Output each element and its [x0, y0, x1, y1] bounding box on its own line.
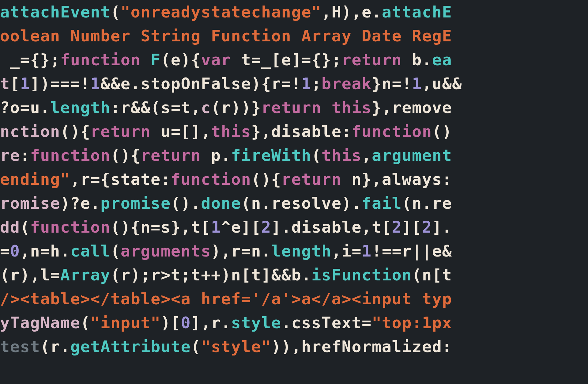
token: (){n=s},t[ [111, 218, 211, 236]
token: 0 [181, 314, 191, 332]
token: ][ [402, 218, 422, 236]
token: dd [0, 218, 20, 236]
token: (e){ [161, 51, 201, 69]
token: () [432, 122, 452, 141]
token: .cssText= [281, 314, 372, 332]
token: c [201, 98, 211, 117]
token: (r. [40, 337, 70, 356]
code-editor[interactable]: attachEvent("onreadystatechange",H),e.at… [0, 0, 588, 384]
code-line-10[interactable]: dd(function(){n=s},t[1^e][2].disable,t[2… [0, 215, 588, 239]
token: this [322, 146, 362, 165]
token: 1 [90, 74, 100, 93]
token: ; [311, 74, 322, 93]
token: return [341, 51, 402, 69]
token [141, 51, 151, 69]
token: },remove [372, 98, 452, 117]
token: 0 [10, 242, 20, 260]
token: b. [402, 51, 432, 69]
token: (){ [60, 122, 90, 141]
token: 1 [301, 74, 311, 93]
token: ),r=n. [211, 242, 271, 260]
token: :r&&(s=t, [111, 98, 201, 117]
token: function [60, 51, 141, 69]
token: "top:1px [372, 314, 452, 332]
token: = [0, 242, 10, 260]
token: ( [311, 146, 322, 165]
token: ])===! [30, 74, 90, 93]
code-line-4[interactable]: t[1])===!1&&e.stopOnFalse){r=!1;break}n=… [0, 72, 588, 96]
token: /><table></table><a href='/a'>a</a><inpu… [0, 290, 452, 308]
token: (){ [251, 170, 281, 188]
token: ,H),e. [322, 3, 382, 21]
token: t=_[e]={}; [231, 51, 342, 69]
token: 2 [392, 218, 402, 236]
token: 2 [261, 218, 271, 236]
token: ?o=u. [0, 98, 50, 117]
token: [ [10, 74, 20, 93]
token: _={}; [0, 51, 60, 69]
token: (r))} [211, 98, 261, 117]
token: ]. [432, 218, 452, 236]
token: var [201, 51, 231, 69]
token: )),hrefNormalized: [271, 337, 452, 356]
token: ea [432, 51, 452, 69]
token: ,u&& [422, 74, 462, 93]
token: attachEvent [0, 3, 111, 21]
token: 1 [362, 242, 372, 260]
token: "onreadystatechange" [121, 3, 322, 21]
token: ].disable,t[ [271, 218, 392, 236]
token: call [70, 242, 111, 260]
code-line-3[interactable]: _={};function F(e){var t=_[e]={};return … [0, 48, 588, 72]
code-line-12[interactable]: (r),l=Array(r);r>t;t++)n[t]&&b.isFunctio… [0, 263, 588, 287]
token: (r);r>t;t++)n[t]&&b. [111, 266, 311, 284]
token: },disable: [251, 122, 352, 141]
token: 1 [20, 74, 30, 93]
code-line-6[interactable]: nction(){return u=[],this},disable:funct… [0, 120, 588, 143]
code-line-13[interactable]: /><table></table><a href='/a'>a</a><inpu… [0, 287, 588, 311]
code-line-9[interactable]: romise)?e.promise().done(n.resolve).fail… [0, 191, 588, 215]
token: , [362, 146, 372, 165]
token: promise [100, 194, 171, 212]
token: &&e.stopOnFalse){r=! [100, 74, 301, 93]
token: 1 [211, 218, 221, 236]
code-line-5[interactable]: ?o=u.length:r&&(s=t,c(r))}return this},r… [0, 96, 588, 120]
code-line-11[interactable]: =0,n=h.call(arguments),r=n.length,i=1!==… [0, 239, 588, 263]
token: (r),l= [0, 266, 60, 284]
token: romise [0, 194, 60, 212]
token: ( [80, 314, 90, 332]
token: !==r||e& [372, 242, 452, 260]
code-line-8[interactable]: ending",r={state:function(){return n},al… [0, 167, 588, 191]
token: )[ [161, 314, 181, 332]
code-line-7[interactable]: re:function(){return p.fireWith(this,arg… [0, 143, 588, 167]
token: length [50, 98, 111, 117]
token: (){ [111, 146, 141, 165]
token: : [20, 146, 30, 165]
code-line-2[interactable]: oolean Number String Function Array Date… [0, 24, 588, 48]
token: (n[t [412, 266, 452, 284]
token: done [201, 194, 241, 212]
token: p. [201, 146, 231, 165]
token: )?e. [60, 194, 100, 212]
token: break [322, 74, 372, 93]
code-line-15[interactable]: test(r.getAttribute("style")),hrefNormal… [0, 335, 588, 359]
token: u=[], [151, 122, 211, 141]
token: ( [111, 242, 121, 260]
token: argument [372, 146, 452, 165]
token: function [30, 146, 110, 165]
code-line-14[interactable]: yTagName("input")[0],r.style.cssText="to… [0, 311, 588, 335]
token: fail [362, 194, 402, 212]
token: this [211, 122, 251, 141]
token: 1 [412, 74, 422, 93]
token: "input" [90, 314, 161, 332]
token: ( [191, 337, 201, 356]
token: ending" [0, 170, 70, 188]
token: Array [60, 266, 111, 284]
token: oolean Number String Function Array Date… [0, 27, 452, 45]
token: attachE [382, 3, 452, 21]
token: return [90, 122, 151, 141]
token: 2 [422, 218, 432, 236]
code-line-1[interactable]: attachEvent("onreadystatechange",H),e.at… [0, 0, 588, 24]
token: fireWith [231, 146, 311, 165]
token: }n=! [372, 74, 412, 93]
token: ,n=h. [20, 242, 70, 260]
